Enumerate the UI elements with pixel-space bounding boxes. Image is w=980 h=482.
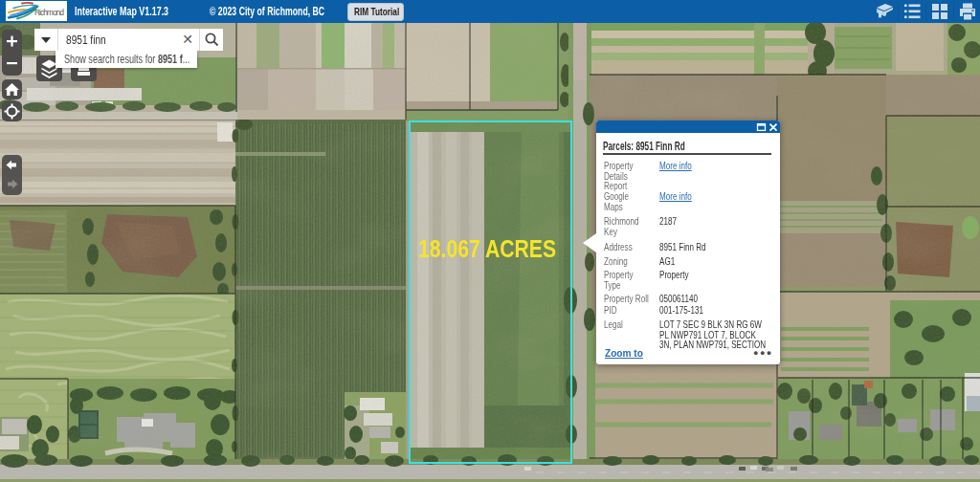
svg-text:Richmond: Richmond: [34, 8, 64, 17]
